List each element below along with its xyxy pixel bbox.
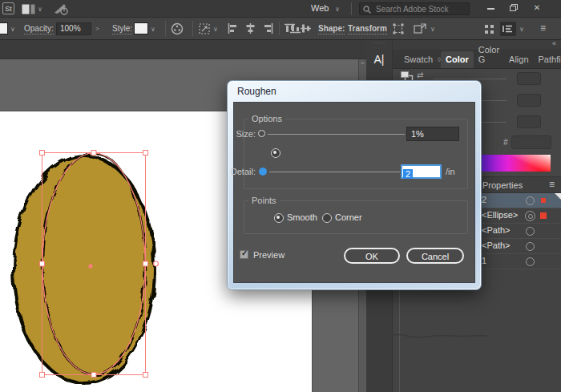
- size-value: 1%: [407, 127, 458, 139]
- tab-align[interactable]: Align: [504, 51, 533, 68]
- detail-input[interactable]: 2: [401, 164, 442, 179]
- grid-dots-icon[interactable]: [484, 24, 494, 34]
- style-label[interactable]: Style:: [112, 24, 132, 34]
- color-slider-track[interactable]: [433, 79, 507, 79]
- preview-checkbox-label: Preview: [253, 250, 285, 260]
- detail-label: Detail:: [229, 167, 256, 176]
- check-icon: ✓: [241, 249, 248, 257]
- isolate-selection-icon[interactable]: [414, 23, 426, 34]
- document-tab-strip[interactable]: [0, 40, 366, 59]
- chevron-right-icon[interactable]: >: [95, 25, 99, 32]
- workspace-layout-icon[interactable]: [22, 4, 35, 14]
- panel-edge-squiggle: [391, 332, 489, 340]
- panel-mode-button[interactable]: [500, 22, 516, 36]
- divider: [351, 2, 352, 15]
- menu-icon[interactable]: ≡: [540, 22, 546, 34]
- corner-radio[interactable]: [322, 213, 332, 223]
- divider: [279, 22, 280, 35]
- shape-label[interactable]: Shape:: [318, 24, 345, 34]
- chevron-down-icon[interactable]: ∨: [213, 26, 218, 33]
- relative-radio[interactable]: [271, 148, 280, 158]
- properties-label: Properties: [482, 180, 523, 190]
- tab-color[interactable]: Color: [441, 51, 474, 68]
- detail-unit: /in: [446, 167, 455, 176]
- smooth-radio[interactable]: [274, 213, 284, 223]
- color-value-field[interactable]: [517, 94, 541, 107]
- character-panel-icon[interactable]: A|: [366, 53, 392, 66]
- preview-checkbox[interactable]: ✓: [240, 250, 248, 259]
- swap-fill-stroke-icon[interactable]: ⇄: [417, 71, 423, 79]
- free-transform-icon[interactable]: [199, 23, 211, 34]
- restore-icon: [510, 4, 517, 10]
- stroke-profile-swatch[interactable]: [0, 22, 8, 34]
- search-adobe-stock-box[interactable]: Search Adobe Stock: [359, 2, 470, 15]
- chevron-down-icon[interactable]: ∨: [10, 26, 15, 33]
- center-point: [88, 264, 92, 268]
- rotate-handle[interactable]: [154, 261, 159, 266]
- chevron-down-icon[interactable]: ∨: [38, 6, 42, 13]
- style-swatch[interactable]: [134, 22, 148, 34]
- align-bottom-icon[interactable]: [290, 23, 301, 34]
- search-placeholder: Search Adobe Stock: [376, 5, 449, 14]
- radio-dot: [276, 216, 280, 219]
- scroll-up-icon[interactable]: ^: [359, 59, 366, 69]
- minimize-button[interactable]: [481, 2, 500, 14]
- layer-target-icon[interactable]: [526, 227, 535, 236]
- tab-swatches[interactable]: Swatch: [399, 51, 438, 68]
- align-vcenter-icon[interactable]: [301, 23, 311, 34]
- size-label: Size:: [232, 129, 256, 139]
- size-slider-handle[interactable]: [258, 130, 265, 137]
- layer-name: <Path>: [482, 240, 510, 250]
- detail-slider-handle[interactable]: [259, 168, 267, 176]
- tab-color-guide[interactable]: Color G: [474, 42, 504, 68]
- align-hcenter-icon[interactable]: [245, 23, 256, 34]
- size-slider-track[interactable]: [268, 134, 405, 135]
- dialog-body: Options Size: 1% Detail: 2 /in Points Sm…: [233, 102, 475, 283]
- selection-color-square: [540, 212, 547, 219]
- share-icon[interactable]: [53, 2, 69, 15]
- chevron-down-icon[interactable]: ∨: [151, 26, 155, 33]
- illustrator-window: St ∨ Web ∨ Search Adobe Stock ✕ ∨ Opacit…: [0, 0, 561, 392]
- layer-target-icon[interactable]: [526, 257, 535, 266]
- chevron-down-icon[interactable]: ∨: [519, 26, 524, 33]
- recolor-artwork-icon[interactable]: [171, 22, 184, 35]
- collapse-panels-icon[interactable]: «: [552, 39, 556, 47]
- roughened-bean-shape[interactable]: [14, 153, 155, 383]
- cancel-button[interactable]: Cancel: [406, 248, 464, 264]
- workspace-switcher[interactable]: Web: [311, 3, 329, 13]
- panel-menu-icon[interactable]: ≡: [549, 179, 555, 190]
- layer-target-icon[interactable]: [526, 196, 535, 205]
- divider: [192, 21, 193, 36]
- dialog-title: Roughen: [237, 86, 276, 97]
- align-left-icon[interactable]: [228, 23, 238, 34]
- color-value-field[interactable]: [517, 115, 541, 128]
- roughen-dialog: Roughen Options Size: 1% Detail: 2 /in P…: [227, 80, 482, 290]
- adobe-stock-badge[interactable]: St: [2, 2, 14, 14]
- transform-link[interactable]: Transform: [348, 24, 387, 34]
- chevron-down-icon[interactable]: ∨: [430, 26, 435, 33]
- size-value-field[interactable]: 1%: [406, 127, 459, 141]
- current-layer-indicator: [555, 193, 561, 200]
- layer-target-icon[interactable]: [526, 242, 535, 251]
- opacity-value-field[interactable]: 100%: [56, 22, 91, 35]
- panel-tab-bar: Swatch ◊ Color Color G Align Pathfin ≡: [393, 50, 561, 69]
- layer-name: 1: [482, 256, 486, 265]
- restore-button[interactable]: [503, 2, 523, 14]
- align-right-icon[interactable]: [263, 23, 273, 34]
- ok-button[interactable]: OK: [344, 248, 400, 264]
- detail-slider-track[interactable]: [269, 172, 400, 172]
- dock-grip-icon[interactable]: ·····: [366, 40, 392, 46]
- tab-pathfinder[interactable]: Pathfin: [534, 51, 561, 68]
- layer-name: 2: [482, 195, 486, 204]
- radio-dot: [273, 151, 276, 154]
- hex-value-field[interactable]: [511, 135, 551, 149]
- close-button[interactable]: ✕: [527, 2, 547, 14]
- color-value-field[interactable]: [517, 72, 541, 85]
- layer-name: <Ellipse>: [482, 210, 518, 220]
- opacity-label[interactable]: Opacity:: [24, 24, 54, 34]
- smooth-radio-label: Smooth: [287, 212, 317, 222]
- bounding-box-icon[interactable]: [393, 23, 405, 34]
- chevron-down-icon[interactable]: ∨: [335, 6, 340, 13]
- options-group-label: Options: [248, 114, 285, 123]
- layer-target-icon[interactable]: [525, 211, 535, 221]
